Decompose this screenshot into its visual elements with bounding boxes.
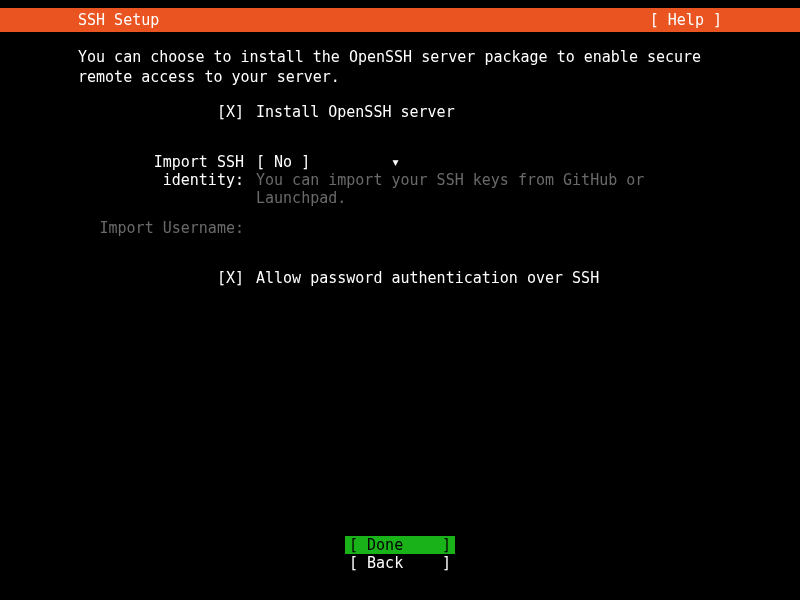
import-identity-label: Import SSH identity: xyxy=(78,153,256,189)
intro-text: You can choose to install the OpenSSH se… xyxy=(78,48,722,87)
dropdown-close-bracket: ] xyxy=(292,153,310,171)
chevron-down-icon: ▾ xyxy=(391,153,400,171)
back-button[interactable]: [ Back] xyxy=(345,554,455,572)
bracket-open: [ xyxy=(349,536,367,554)
install-openssh-checkbox[interactable]: [X] xyxy=(217,103,244,121)
page-title: SSH Setup xyxy=(78,11,159,29)
bracket-open: [ xyxy=(349,554,367,572)
import-username-row: Import Username: xyxy=(78,219,722,237)
dropdown-value: No xyxy=(274,153,292,171)
back-label: Back xyxy=(367,554,403,572)
allow-password-checkbox[interactable]: [X] xyxy=(217,269,244,287)
done-label: Done xyxy=(367,536,403,554)
allow-password-checkbox-col: [X] xyxy=(78,269,256,287)
footer: [ Done] [ Back] xyxy=(0,536,800,572)
allow-password-row: [X] Allow password authentication over S… xyxy=(78,269,722,287)
import-identity-row: Import SSH identity: [ No▾ ] You can imp… xyxy=(78,153,722,207)
content-area: You can choose to install the OpenSSH se… xyxy=(0,32,800,287)
install-openssh-checkbox-col: [X] xyxy=(78,103,256,121)
import-identity-dropdown[interactable]: [ No▾ ] xyxy=(256,153,406,171)
dropdown-open-bracket: [ xyxy=(256,153,274,171)
install-openssh-label: Install OpenSSH server xyxy=(256,103,722,121)
done-button[interactable]: [ Done] xyxy=(345,536,455,554)
help-button[interactable]: [ Help ] xyxy=(650,11,722,29)
import-username-label: Import Username: xyxy=(78,219,256,237)
allow-password-label: Allow password authentication over SSH xyxy=(256,269,722,287)
install-openssh-row: [X] Install OpenSSH server xyxy=(78,103,722,121)
import-identity-hint: You can import your SSH keys from GitHub… xyxy=(256,171,722,207)
bracket-close: ] xyxy=(442,536,451,554)
header-bar: SSH Setup [ Help ] xyxy=(0,8,800,32)
bracket-close: ] xyxy=(442,554,451,572)
